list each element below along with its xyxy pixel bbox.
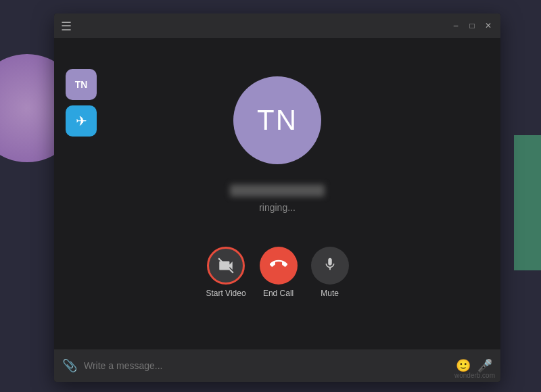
hamburger-icon[interactable]: ☰ <box>61 19 72 34</box>
end-call-wrap: End Call <box>260 247 298 298</box>
avatar: TN <box>233 76 321 164</box>
title-bar: ☰ – □ ✕ ⋮ <box>54 14 500 38</box>
start-video-wrap: Start Video <box>206 247 245 298</box>
attachment-icon[interactable]: 📎 <box>62 358 77 373</box>
maximize-button[interactable]: □ <box>467 20 477 31</box>
contact-name-blurred <box>230 185 325 197</box>
call-screen: TN ringing... <box>54 38 500 349</box>
sidebar-item-tn[interactable]: TN <box>66 69 97 100</box>
start-video-button[interactable] <box>207 247 245 285</box>
main-window: ☰ – □ ✕ ⋮ TN ✈ TN ringing... <box>54 14 500 382</box>
end-call-button[interactable] <box>260 247 298 285</box>
message-bar: 📎 🙂 🎤 <box>54 349 500 382</box>
call-status: ringing... <box>259 202 296 213</box>
call-actions: Start Video End Call <box>206 247 348 298</box>
close-button[interactable]: ✕ <box>483 20 494 31</box>
emoji-icon[interactable]: 🙂 <box>456 358 471 373</box>
avatar-initials: TN <box>257 104 298 137</box>
phone-end-icon <box>270 255 287 275</box>
start-video-label: Start Video <box>206 289 245 298</box>
minimize-button[interactable]: – <box>450 20 461 31</box>
window-controls: – □ ✕ <box>450 20 494 31</box>
sidebar: TN ✈ <box>54 62 108 137</box>
content-area: TN ✈ TN ringing... <box>54 38 500 382</box>
mute-label: Mute <box>321 289 339 298</box>
voice-message-icon[interactable]: 🎤 <box>477 358 492 373</box>
message-input[interactable] <box>84 360 449 371</box>
watermark: wonderb.com <box>454 372 495 379</box>
mute-button[interactable] <box>311 247 349 285</box>
end-call-label: End Call <box>263 289 293 298</box>
camera-icon <box>209 249 243 283</box>
sidebar-item-telegram[interactable]: ✈ <box>66 105 97 137</box>
microphone-icon <box>323 257 337 274</box>
mute-wrap: Mute <box>311 247 349 298</box>
